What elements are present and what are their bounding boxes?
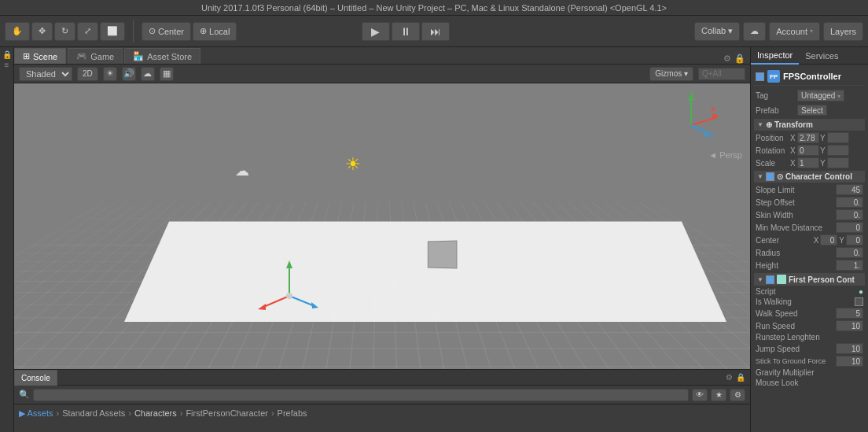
- cloud-btn[interactable]: ☁: [743, 22, 766, 41]
- fps-controller-header: FP FPSController: [754, 68, 865, 86]
- center-btn[interactable]: ⊙ Center: [142, 22, 191, 41]
- menu-icon[interactable]: ≡: [5, 61, 9, 69]
- position-fields: X Y: [790, 132, 849, 143]
- char-ctrl-icon: ⊙: [777, 172, 783, 181]
- transform-section-header[interactable]: ▼ ⊕ Transform: [754, 119, 865, 131]
- char-controller-section-header[interactable]: ▼ ⊙ Character Control: [754, 171, 865, 183]
- center-y-input[interactable]: [846, 234, 863, 246]
- rotation-fields: X Y: [790, 145, 849, 156]
- gizmos-btn[interactable]: Gizmos ▾: [649, 67, 693, 81]
- tag-dropdown-arrow: ▾: [837, 93, 840, 100]
- min-move-input[interactable]: [836, 222, 863, 233]
- pause-btn[interactable]: ⏸: [392, 22, 420, 41]
- position-y-input[interactable]: [827, 132, 849, 143]
- center-row: Center X Y: [754, 234, 865, 246]
- 2d-btn[interactable]: 2D: [77, 67, 98, 81]
- play-btn[interactable]: ▶: [362, 22, 390, 41]
- scene-tab[interactable]: ⊞ Scene: [14, 48, 66, 64]
- lights-scene-btn[interactable]: ☀: [103, 67, 117, 81]
- scene-search-input[interactable]: [698, 68, 745, 80]
- gravity-row: Gravity Multiplier: [754, 367, 865, 378]
- tag-dropdown[interactable]: Untagged ▾: [797, 90, 844, 102]
- select-btn[interactable]: Select: [797, 105, 827, 116]
- rotate-tool-btn[interactable]: ↻: [54, 22, 75, 41]
- effects-btn[interactable]: ☁: [141, 67, 155, 81]
- fps-section-checkbox[interactable]: [766, 275, 774, 284]
- breadcrumb-standard-assets[interactable]: Standard Assets: [62, 408, 125, 418]
- image-effects-btn[interactable]: ▦: [160, 67, 174, 81]
- star-btn[interactable]: ★: [711, 389, 726, 401]
- project-search-input[interactable]: [33, 389, 689, 401]
- is-walking-checkbox[interactable]: [855, 297, 863, 306]
- transform-tools: ✋ ✥ ↻ ⤢ ⬜: [5, 22, 125, 41]
- skin-width-input[interactable]: [836, 209, 863, 220]
- step-btn[interactable]: ⏭: [421, 22, 450, 41]
- layers-btn[interactable]: Layers: [823, 22, 863, 41]
- char-ctrl-checkbox[interactable]: [766, 172, 774, 181]
- stick-ground-input[interactable]: [836, 356, 863, 367]
- local-icon: ⊕: [200, 26, 207, 36]
- account-dropdown-arrow: ▾: [810, 28, 813, 35]
- svg-line-11: [262, 296, 289, 308]
- game-tab-icon: 🎮: [76, 51, 87, 61]
- breadcrumb-assets[interactable]: ▶ Assets: [19, 408, 53, 419]
- step-offset-row: Step Offset: [754, 196, 865, 209]
- step-offset-input[interactable]: [836, 197, 863, 208]
- height-input[interactable]: [836, 260, 863, 271]
- height-row: Height: [754, 259, 865, 271]
- game-tab[interactable]: 🎮 Game: [68, 48, 123, 64]
- radius-input[interactable]: [836, 247, 863, 258]
- rect-tool-btn[interactable]: ⬜: [100, 22, 125, 41]
- center-x-input[interactable]: [820, 234, 837, 246]
- console-tab[interactable]: Console: [14, 370, 57, 386]
- transform-triangle: ▼: [757, 121, 763, 128]
- rotation-x-input[interactable]: [797, 145, 819, 156]
- fps-enabled-checkbox[interactable]: [756, 72, 764, 81]
- account-btn[interactable]: Account ▾: [769, 22, 820, 41]
- scale-y-input[interactable]: [827, 157, 849, 168]
- run-speed-row: Run Speed: [754, 319, 865, 332]
- breadcrumb-first-person[interactable]: FirstPersonCharacter: [186, 408, 268, 418]
- title-text: Unity 2017.1.0f3 Personal (64bit) – Unti…: [201, 3, 667, 13]
- console-options-icon: ⚙: [726, 373, 733, 382]
- breadcrumb-characters[interactable]: Characters: [134, 408, 177, 418]
- script-link[interactable]: ●: [859, 287, 863, 296]
- fps-icon: FP: [767, 70, 780, 83]
- fps-section-header[interactable]: ▼ First Person Cont: [754, 273, 865, 286]
- run-speed-input[interactable]: [836, 320, 863, 331]
- move-tool-btn[interactable]: ✥: [31, 22, 53, 41]
- position-x-input[interactable]: [797, 132, 819, 143]
- eye-btn[interactable]: 👁: [692, 389, 708, 401]
- walk-speed-input[interactable]: [836, 308, 863, 319]
- local-btn[interactable]: ⊕ Local: [193, 22, 237, 41]
- asset-store-tab[interactable]: 🏪 Asset Store: [124, 48, 200, 64]
- filter-btn[interactable]: ⚙: [730, 389, 745, 401]
- right-toolbar: Collab ▾ ☁ Account ▾ Layers: [694, 22, 863, 41]
- rotation-y-input[interactable]: [827, 145, 849, 156]
- inspector-content: FP FPSController Tag Untagged ▾ Prefab S…: [751, 65, 868, 432]
- inspector-tab[interactable]: Inspector: [751, 47, 799, 65]
- slope-limit-input[interactable]: [836, 184, 863, 195]
- script-row: Script ●: [754, 286, 865, 297]
- console-lock-icon: 🔒: [736, 373, 745, 382]
- pivot-icon: ⊙: [149, 26, 156, 36]
- sun-icon: ☀: [345, 154, 361, 175]
- breadcrumb-prefabs[interactable]: Prefabs: [278, 408, 307, 418]
- play-controls: ▶ ⏸ ⏭: [362, 22, 450, 41]
- audio-btn[interactable]: 🔊: [122, 67, 136, 81]
- svg-marker-10: [286, 260, 292, 268]
- svg-marker-3: [712, 113, 719, 120]
- scale-x-input[interactable]: [797, 157, 819, 168]
- jump-speed-input[interactable]: [836, 343, 863, 354]
- viewport[interactable]: ☀ ☁ X Y Z: [14, 83, 750, 369]
- hand-tool-btn[interactable]: ✋: [5, 22, 30, 41]
- scale-fields: X Y: [790, 157, 849, 168]
- console-tab-bar: Console ⚙ 🔒: [14, 370, 750, 386]
- services-tab[interactable]: Services: [799, 47, 844, 65]
- lock-icon[interactable]: 🔒: [2, 50, 12, 59]
- scale-tool-btn[interactable]: ⤢: [77, 22, 98, 41]
- svg-point-15: [286, 293, 292, 299]
- shaded-dropdown[interactable]: Shaded: [19, 67, 72, 81]
- collab-btn[interactable]: Collab ▾: [694, 22, 740, 41]
- search-bar: 🔍 👁 ★ ⚙: [14, 386, 750, 404]
